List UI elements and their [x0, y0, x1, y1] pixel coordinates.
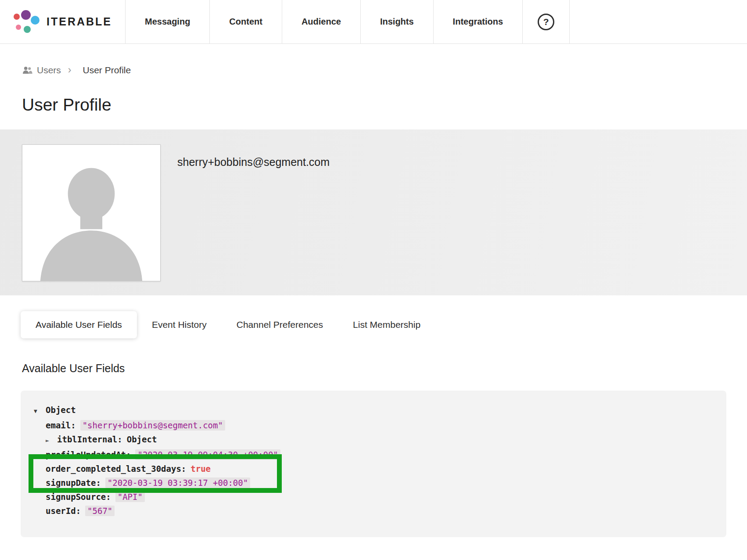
tab-list-membership[interactable]: List Membership	[338, 311, 435, 338]
nav-item-audience[interactable]: Audience	[282, 0, 361, 43]
field-value: "567"	[85, 506, 115, 516]
breadcrumb: Users › User Profile	[0, 44, 747, 76]
users-icon	[22, 66, 32, 74]
field-value: "2020-03-19 03:39:17 +00:00"	[105, 477, 250, 488]
field-value: Object	[127, 434, 157, 444]
field-key: order_completed_last_30days:	[46, 464, 186, 474]
json-root-row: ▼Object	[34, 403, 710, 418]
field-key: userId:	[46, 506, 81, 516]
nav-items: MessagingContentAudienceInsightsIntegrat…	[126, 0, 523, 43]
avatar-placeholder-icon	[22, 145, 160, 281]
help-icon: ?	[538, 14, 554, 30]
brand-logo[interactable]: ITERABLE	[0, 0, 126, 43]
json-rows: email:"sherry+bobbins@segment.com"►itblI…	[34, 418, 710, 518]
nav-item-insights[interactable]: Insights	[361, 0, 434, 43]
collapse-arrow-icon[interactable]: ▼	[34, 404, 46, 418]
nav-item-messaging[interactable]: Messaging	[126, 0, 210, 43]
field-value: "API"	[115, 492, 145, 502]
top-nav: ITERABLE MessagingContentAudienceInsight…	[0, 0, 747, 44]
profile-tabs: Available User FieldsEvent HistoryChanne…	[21, 311, 747, 338]
tab-channel-preferences[interactable]: Channel Preferences	[222, 311, 338, 338]
field-value: true	[190, 464, 211, 474]
chevron-right-icon: ›	[68, 64, 72, 76]
page-title: User Profile	[0, 76, 747, 129]
field-row-email: email:"sherry+bobbins@segment.com"	[46, 418, 710, 432]
field-key: signupSource:	[46, 492, 111, 502]
breadcrumb-current: User Profile	[83, 65, 131, 75]
nav-item-content[interactable]: Content	[210, 0, 282, 43]
field-row-itblInternal: ►itblInternal:Object	[46, 432, 710, 448]
profile-hero: sherry+bobbins@segment.com	[0, 129, 747, 295]
field-value: "sherry+bobbins@segment.com"	[80, 420, 225, 431]
breadcrumb-users-label: Users	[37, 65, 61, 75]
avatar	[22, 144, 161, 281]
user-fields-json: ▼Object email:"sherry+bobbins@segment.co…	[21, 391, 726, 537]
field-row-order_completed_last_30days: order_completed_last_30days:true	[46, 462, 710, 476]
json-root-label: Object	[46, 405, 76, 415]
field-row-profileUpdatedAt: profileUpdatedAt:"2020-03-19 09:04:30 +0…	[46, 448, 710, 462]
field-value: "2020-03-19 09:04:30 +00:00"	[135, 449, 280, 460]
field-row-signupSource: signupSource:"API"	[46, 490, 710, 504]
profile-email: sherry+bobbins@segment.com	[177, 156, 330, 281]
help-button[interactable]: ?	[523, 0, 570, 43]
field-key: email:	[46, 420, 76, 430]
field-key: signupDate:	[46, 478, 101, 488]
section-heading: Available User Fields	[22, 362, 747, 375]
field-row-signupDate: signupDate:"2020-03-19 03:39:17 +00:00"	[46, 476, 710, 490]
brand-name: ITERABLE	[47, 15, 112, 28]
tab-event-history[interactable]: Event History	[137, 311, 222, 338]
tab-available-user-fields[interactable]: Available User Fields	[21, 311, 137, 338]
iterable-logo-icon	[12, 9, 40, 35]
field-key: itblInternal:	[57, 434, 122, 444]
field-row-userId: userId:"567"	[46, 504, 710, 518]
nav-item-integrations[interactable]: Integrations	[434, 0, 523, 43]
field-key: profileUpdatedAt:	[46, 450, 131, 459]
breadcrumb-users-link[interactable]: Users	[22, 65, 61, 75]
collapse-arrow-icon[interactable]: ►	[46, 434, 57, 448]
